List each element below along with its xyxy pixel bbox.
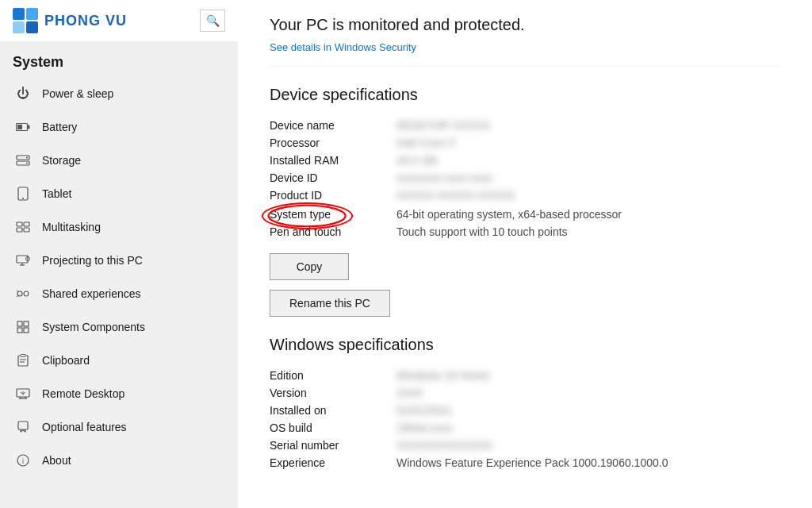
svg-rect-23 bbox=[24, 321, 29, 326]
spec-row-installed-on: Installed on 01/01/2021 bbox=[270, 402, 780, 419]
sidebar-item-storage[interactable]: Storage bbox=[0, 144, 238, 177]
spec-value: Touch support with 10 touch points bbox=[396, 225, 780, 238]
svg-rect-2 bbox=[17, 125, 22, 129]
sidebar-item-label: Battery bbox=[42, 121, 77, 133]
spec-row-experience: Experience Windows Feature Experience Pa… bbox=[270, 454, 780, 471]
svg-point-19 bbox=[24, 291, 29, 296]
projecting-icon bbox=[15, 252, 31, 268]
sidebar-item-label: Projecting to this PC bbox=[42, 254, 143, 267]
spec-value: XXXXX-XXXXX-XXXXX bbox=[396, 189, 780, 202]
spec-value: XXXXXXXXXXXXX bbox=[396, 439, 780, 452]
sidebar-item-label: Storage bbox=[42, 154, 81, 167]
sidebar-item-tablet[interactable]: Tablet bbox=[0, 177, 238, 210]
spec-label: Processor bbox=[270, 137, 396, 149]
multitasking-icon bbox=[15, 219, 31, 235]
svg-point-5 bbox=[26, 157, 28, 159]
sidebar-item-optional-features[interactable]: Optional features bbox=[0, 410, 238, 444]
sidebar-item-clipboard[interactable]: Clipboard bbox=[0, 344, 238, 377]
sidebar-item-system-components[interactable]: System Components bbox=[0, 310, 238, 344]
sidebar-item-label: Remote Desktop bbox=[42, 387, 124, 400]
device-specs-buttons: Copy Rename this PC bbox=[270, 253, 780, 317]
svg-rect-11 bbox=[17, 228, 22, 232]
sidebar-item-about[interactable]: i About bbox=[0, 444, 238, 477]
search-button[interactable]: 🔍 bbox=[200, 10, 225, 32]
sidebar-item-label: Tablet bbox=[42, 187, 71, 200]
device-specs-title: Device specifications bbox=[270, 86, 780, 104]
copy-button[interactable]: Copy bbox=[270, 253, 349, 280]
svg-text:i: i bbox=[22, 457, 24, 465]
spec-value: Intel Core i7 bbox=[396, 137, 780, 149]
battery-icon bbox=[15, 119, 31, 135]
spec-row-serial-number: Serial number XXXXXXXXXXXXX bbox=[270, 437, 780, 454]
svg-rect-10 bbox=[24, 222, 29, 226]
sidebar-item-remote-desktop[interactable]: Remote Desktop bbox=[0, 377, 238, 410]
sidebar-item-label: System Components bbox=[42, 321, 145, 333]
clipboard-icon bbox=[15, 352, 31, 368]
svg-point-6 bbox=[26, 163, 28, 164]
sidebar-item-label: About bbox=[42, 454, 71, 467]
spec-value: 19044.xxxx bbox=[396, 421, 780, 434]
main-content: Your PC is monitored and protected. See … bbox=[238, 0, 812, 508]
shared-icon bbox=[15, 286, 31, 302]
spec-label: Edition bbox=[270, 369, 396, 382]
sidebar-nav: ⏻ Power & sleep Battery bbox=[0, 77, 238, 508]
about-icon: i bbox=[15, 452, 31, 468]
spec-row-os-build: OS build 19044.xxxx bbox=[270, 419, 780, 437]
windows-specs-title: Windows specifications bbox=[270, 336, 780, 354]
sidebar-item-battery[interactable]: Battery bbox=[0, 110, 238, 144]
search-icon: 🔍 bbox=[206, 14, 220, 27]
power-icon: ⏻ bbox=[15, 86, 31, 102]
spec-value: Windows 10 Home bbox=[396, 369, 780, 382]
windows-specs-section: Windows specifications Edition Windows 1… bbox=[270, 336, 780, 471]
spec-row-processor: Processor Intel Core i7 bbox=[270, 134, 780, 152]
spec-row-device-id: Device ID xxxxxxxx-xxxx-xxxx bbox=[270, 169, 780, 187]
security-title: Your PC is monitored and protected. bbox=[270, 16, 780, 34]
svg-rect-9 bbox=[17, 222, 22, 226]
sidebar-item-label: Power & sleep bbox=[42, 87, 113, 100]
sidebar-item-multitasking[interactable]: Multitasking bbox=[0, 210, 238, 244]
spec-row-system-type: System type 64-bit operating system, x64… bbox=[270, 206, 780, 223]
rename-pc-button[interactable]: Rename this PC bbox=[270, 290, 390, 317]
spec-label: Version bbox=[270, 387, 396, 399]
sidebar: PHONG VU 🔍 System ⏻ Power & sleep Batter… bbox=[0, 0, 238, 508]
svg-rect-24 bbox=[17, 328, 22, 333]
security-link[interactable]: See details in Windows Security bbox=[270, 41, 416, 53]
spec-value-system-type: 64-bit operating system, x64-based proce… bbox=[396, 208, 780, 221]
spec-value: xxxxxxxx-xxxx-xxxx bbox=[396, 171, 780, 184]
sidebar-item-label: Optional features bbox=[42, 421, 127, 433]
spec-row-pen-touch: Pen and touch Touch support with 10 touc… bbox=[270, 223, 780, 241]
spec-label: Device name bbox=[270, 119, 396, 132]
security-banner: Your PC is monitored and protected. See … bbox=[270, 0, 780, 67]
spec-label: Serial number bbox=[270, 439, 396, 452]
spec-value: 01/01/2021 bbox=[396, 404, 780, 417]
spec-label: Installed RAM bbox=[270, 154, 396, 167]
spec-label: Installed on bbox=[270, 404, 396, 417]
sidebar-header: PHONG VU 🔍 bbox=[0, 0, 238, 41]
svg-point-8 bbox=[22, 198, 24, 199]
svg-point-18 bbox=[17, 291, 22, 296]
logo-area: PHONG VU bbox=[13, 8, 127, 33]
storage-icon bbox=[15, 152, 31, 168]
spec-row-edition: Edition Windows 10 Home bbox=[270, 367, 780, 384]
svg-rect-22 bbox=[17, 321, 22, 326]
sidebar-section-title: System bbox=[0, 41, 238, 77]
logo-icon bbox=[13, 8, 38, 33]
remote-desktop-icon bbox=[15, 386, 31, 402]
sidebar-item-shared-experiences[interactable]: Shared experiences bbox=[0, 277, 238, 310]
spec-label: OS build bbox=[270, 421, 396, 434]
sidebar-item-power-sleep[interactable]: ⏻ Power & sleep bbox=[0, 77, 238, 110]
spec-value-experience: Windows Feature Experience Pack 1000.190… bbox=[396, 456, 780, 469]
sidebar-item-projecting[interactable]: Projecting to this PC bbox=[0, 244, 238, 277]
svg-rect-25 bbox=[24, 328, 29, 333]
spec-value: DESKTOP-XXXXX bbox=[396, 119, 780, 132]
tablet-icon bbox=[15, 186, 31, 202]
logo-text: PHONG VU bbox=[44, 13, 127, 29]
spec-value: 21H2 bbox=[396, 387, 780, 399]
svg-rect-12 bbox=[24, 228, 29, 232]
device-specs-section: Device specifications Device name DESKTO… bbox=[270, 86, 780, 317]
system-components-icon bbox=[15, 319, 31, 335]
spec-row-product-id: Product ID XXXXX-XXXXX-XXXXX bbox=[270, 187, 780, 204]
spec-row-version: Version 21H2 bbox=[270, 384, 780, 402]
spec-label: Experience bbox=[270, 456, 396, 469]
spec-value: 16.0 GB bbox=[396, 154, 780, 167]
